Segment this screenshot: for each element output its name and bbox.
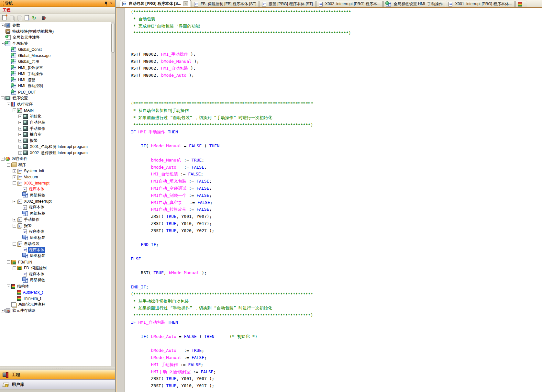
tree-item[interactable]: HMI_参数设置: [0, 65, 111, 71]
new-object-button[interactable]: [1, 15, 7, 21]
document-tab-7[interactable]: [515, 1, 527, 7]
tree-item[interactable]: 局部软元件注释: [0, 302, 111, 308]
expand-toggle-icon[interactable]: +: [18, 115, 22, 118]
tree-item[interactable]: −程序部件: [0, 156, 111, 162]
tree-item[interactable]: +X001_色标检测 Interrupt program: [0, 144, 111, 150]
tree-item[interactable]: 程序本体: [0, 271, 111, 277]
collapse-toggle-icon[interactable]: −: [13, 108, 16, 112]
expand-toggle-icon[interactable]: +: [18, 151, 22, 155]
user-library-view-button[interactable]: 用户库: [0, 379, 115, 389]
tree-item[interactable]: 局部标签: [0, 277, 111, 284]
scrollbar-thumb[interactable]: [111, 23, 115, 53]
tree-item[interactable]: +参数: [0, 22, 111, 28]
collapse-toggle-icon[interactable]: −: [13, 181, 16, 185]
tree-item[interactable]: −执行程序: [0, 101, 111, 107]
collapse-toggle-icon[interactable]: −: [1, 157, 5, 161]
tree-item[interactable]: +抽真空: [0, 132, 111, 138]
collapse-toggle-icon[interactable]: −: [1, 96, 5, 100]
tree-item[interactable]: HMI_自动控制: [0, 83, 111, 89]
collapse-toggle-icon[interactable]: −: [13, 200, 16, 203]
collapse-toggle-icon[interactable]: −: [7, 163, 10, 167]
tree-item[interactable]: HMI_报警: [0, 77, 111, 83]
document-tab-6[interactable]: X001_interrupt [PRG] 程序本体...: [446, 1, 514, 7]
expand-toggle-icon[interactable]: +: [18, 127, 22, 130]
expand-toggle-icon[interactable]: +: [18, 139, 22, 142]
tree-item[interactable]: −MAIN: [0, 107, 111, 114]
tree-item[interactable]: +自动包装: [0, 119, 111, 126]
tree-item[interactable]: PLC_OUT: [0, 89, 111, 95]
expand-toggle-icon[interactable]: +: [1, 309, 5, 312]
expand-toggle-icon[interactable]: +: [18, 133, 22, 136]
tree-item[interactable]: 局部标签: [0, 235, 111, 241]
expand-toggle-icon[interactable]: +: [18, 145, 22, 149]
tree-item[interactable]: +报警: [0, 138, 111, 144]
expand-toggle-icon[interactable]: +: [13, 218, 16, 221]
tree-item[interactable]: 局部标签: [0, 210, 111, 217]
tree-item[interactable]: −结构体: [0, 283, 111, 289]
pin-icon[interactable]: [104, 1, 109, 6]
local-label-icon: [23, 236, 28, 240]
tree-item[interactable]: 程序本体: [0, 229, 111, 235]
code-line: HMI_自动包装 := FALSE;: [131, 171, 542, 178]
tree-item[interactable]: Global_Mmassage: [0, 53, 111, 59]
tree-item[interactable]: −FB/FUN: [0, 259, 111, 265]
close-icon[interactable]: ×: [109, 1, 114, 6]
tab-close-icon[interactable]: ×: [183, 1, 188, 6]
panel-splitter[interactable]: [0, 366, 115, 370]
expand-toggle-icon[interactable]: +: [1, 24, 5, 27]
tree-item[interactable]: Global_Const: [0, 47, 111, 53]
collapse-toggle-icon[interactable]: −: [13, 266, 16, 270]
tree-item[interactable]: +手动操作: [0, 217, 111, 223]
expand-toggle-icon[interactable]: +: [13, 175, 16, 179]
tree-item[interactable]: −程序: [0, 162, 111, 168]
tree-item[interactable]: +手动操作: [0, 126, 111, 132]
tree-item-label: X001_色标检测 Interrupt program: [29, 144, 88, 150]
document-tab-4[interactable]: X002_inteerrupt [PRG] 程序本...: [316, 1, 383, 7]
panel-drag-grip[interactable]: [1, 1, 4, 6]
code-token: RST( M8002,: [131, 59, 161, 64]
tree-item[interactable]: −X002_inteerrupt: [0, 198, 111, 205]
sort-filter-button[interactable]: ▾: [41, 15, 47, 21]
tree-item[interactable]: −X001_interrupt: [0, 180, 111, 186]
tree-item[interactable]: 程序本体: [0, 247, 111, 253]
collapse-toggle-icon[interactable]: −: [7, 285, 10, 288]
project-view-button[interactable]: 工程: [0, 370, 115, 379]
tree-item[interactable]: 全局软元件注释: [0, 35, 111, 41]
document-tab-2[interactable]: FB_伺服控制 [FB] 程序本体 [ST]: [192, 1, 259, 7]
tree-item[interactable]: 程序本体: [0, 186, 111, 192]
expand-toggle-icon[interactable]: +: [18, 121, 22, 124]
code-line: [131, 248, 542, 255]
tree-item[interactable]: −FB_伺服控制: [0, 265, 111, 271]
tree-item[interactable]: +软元件存储器: [0, 308, 111, 314]
tree-scrollbar[interactable]: [111, 22, 115, 366]
collapse-toggle-icon[interactable]: −: [13, 242, 16, 246]
document-tab-3[interactable]: 报警 [PRG] 程序本体 [ST]: [260, 1, 315, 7]
tree-item[interactable]: Global_共用: [0, 59, 111, 65]
collapse-toggle-icon[interactable]: −: [13, 224, 16, 228]
document-tab-5[interactable]: 全局标签设置 HMI_手动操作: [383, 1, 445, 7]
code-text-area[interactable]: (***************************************…: [125, 8, 542, 392]
tree-item[interactable]: 程序本体: [0, 205, 111, 211]
tree-item[interactable]: −报警: [0, 223, 111, 229]
tree-item[interactable]: −程序设置: [0, 95, 111, 101]
tree-item[interactable]: +X002_急停按钮 Interrupt program: [0, 150, 111, 156]
tree-item[interactable]: 局部标签: [0, 253, 111, 259]
tree-item[interactable]: ThinFilm_t: [0, 296, 111, 302]
collapse-toggle-icon[interactable]: −: [7, 260, 10, 264]
tree-item[interactable]: +Vacuum: [0, 174, 111, 180]
tree-item[interactable]: −自动包装: [0, 241, 111, 247]
collapse-toggle-icon[interactable]: −: [7, 103, 10, 106]
tree-item[interactable]: −全局标签: [0, 40, 111, 47]
refresh-button[interactable]: ↻: [31, 15, 37, 21]
expand-toggle-icon[interactable]: +: [13, 169, 16, 173]
tree-item[interactable]: 局部标签: [0, 192, 111, 198]
property-button[interactable]: [23, 15, 30, 21]
tree-item[interactable]: AutoPack_t: [0, 289, 111, 296]
tree-item[interactable]: +初始化: [0, 113, 111, 119]
tree-item[interactable]: +System_init: [0, 168, 111, 174]
tree-item[interactable]: HMI_手动操作: [0, 71, 111, 77]
collapse-toggle-icon[interactable]: −: [1, 42, 5, 45]
tree-item[interactable]: 特殊模块(智能功能模块): [0, 28, 111, 35]
tab-label: 自动包装 [PRG] 程序本体 [S...: [129, 1, 181, 6]
document-tab-1[interactable]: 自动包装 [PRG] 程序本体 [S...×: [120, 0, 191, 7]
